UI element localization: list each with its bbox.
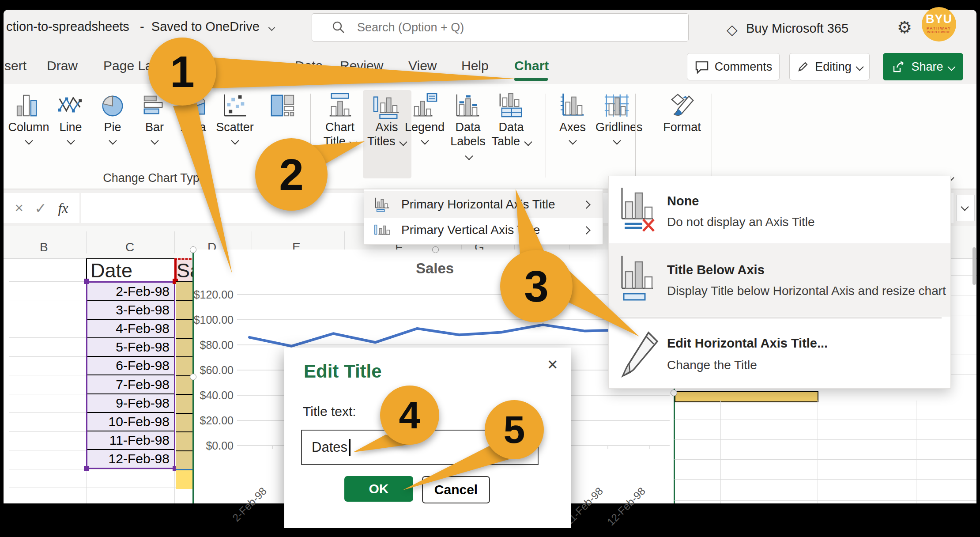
cancel-button[interactable]: Cancel (422, 476, 490, 503)
ribbon-line-button[interactable]: Line (49, 92, 92, 144)
date-cell[interactable]: 6-Feb-98 (87, 357, 174, 375)
selection-handle[interactable] (84, 466, 89, 471)
date-cell[interactable]: 2-Feb-98 (87, 283, 174, 301)
none-axis-title-icon (619, 187, 657, 233)
legend-label: Legend (405, 121, 445, 134)
comments-button[interactable]: Comments (687, 53, 780, 80)
date-cell[interactable]: 4-Feb-98 (87, 320, 174, 338)
column-header-b[interactable]: B (40, 240, 48, 254)
date-cell[interactable]: 5-Feb-98 (87, 338, 174, 357)
chevron-down-icon (189, 136, 197, 144)
menu-item-primary-horizontal-axis-title[interactable]: Primary Horizontal Axis Title (364, 191, 603, 218)
ribbon-chart-title-button[interactable]: Chart Title (319, 92, 361, 148)
column-chart-icon (15, 92, 42, 119)
editing-dropdown-button[interactable]: Editing (789, 53, 870, 80)
submenu-item-title-below-axis[interactable]: Title Below Axis Display Title below Hor… (609, 243, 950, 317)
ribbon-format-button[interactable]: Format (661, 92, 703, 134)
byu-pathway-avatar[interactable]: BYU PATHWAY WORLDWIDE (922, 7, 956, 42)
date-cell[interactable]: 9-Feb-98 (87, 394, 174, 413)
axes-icon (559, 92, 586, 119)
chart-resize-handle[interactable] (190, 246, 196, 253)
ribbon-other-charts-button[interactable] (261, 92, 304, 119)
cancel-entry-icon[interactable]: × (15, 200, 23, 216)
date-cell[interactable]: 3-Feb-98 (87, 301, 174, 320)
data-labels-label-2: Labels (450, 135, 486, 148)
ribbon-legend-button[interactable]: Legend (403, 92, 446, 144)
dialog-title: Edit Title (304, 361, 382, 382)
data-table-label-1: Data (498, 121, 524, 134)
chart-selection-border-right (674, 386, 675, 503)
ribbon-scatter-button[interactable]: Scatter (214, 92, 256, 144)
settings-gear-icon[interactable]: ⚙ (897, 18, 912, 37)
document-title[interactable]: ction-to-spreadsheets - Saved to OneDriv… (6, 19, 274, 34)
title-separator: - (140, 19, 144, 34)
step-1-callout: 1 (148, 38, 216, 106)
diamond-icon: ◇ (727, 21, 738, 38)
tab-review[interactable]: Review (340, 58, 383, 73)
editing-label: Editing (815, 60, 852, 74)
confirm-entry-icon[interactable]: ✓ (34, 200, 47, 217)
yellow-header-cell[interactable] (721, 391, 818, 402)
step-3-callout: 3 (500, 250, 573, 322)
close-icon[interactable]: × (547, 355, 558, 374)
tab-insert[interactable]: sert (4, 58, 26, 73)
ribbon-divider (546, 94, 546, 178)
tab-help[interactable]: Help (461, 58, 489, 73)
chart-title-label-2: Title (324, 135, 346, 148)
byu-logo-sub1: PATHWAY (922, 26, 956, 30)
axis-titles-label-1: Axis (375, 121, 398, 134)
sales-line-series[interactable] (249, 325, 627, 346)
date-cell[interactable]: 12-Feb-98 (87, 450, 174, 468)
step-4-callout: 4 (380, 386, 439, 445)
ribbon-column-button[interactable]: Column (8, 92, 50, 144)
data-labels-icon (454, 92, 482, 119)
date-cell[interactable]: 7-Feb-98 (87, 375, 174, 394)
submenu-item-none[interactable]: None Do not display an Axis Title (609, 176, 950, 243)
bar-label: Bar (145, 121, 164, 134)
search-input[interactable] (356, 20, 623, 35)
chart-resize-handle[interactable] (432, 246, 439, 253)
share-button[interactable]: Share (883, 53, 963, 80)
search-icon (332, 20, 346, 34)
tab-view[interactable]: View (408, 58, 437, 73)
date-cell[interactable]: 10-Feb-98 (87, 413, 174, 431)
tab-data[interactable]: Data (295, 58, 323, 73)
tab-draw[interactable]: Draw (47, 58, 78, 73)
buy-microsoft-365-link[interactable]: Buy Microsoft 365 (746, 21, 848, 36)
ribbon-axis-titles-button[interactable]: Axis Titles (366, 92, 408, 148)
selection-handle[interactable] (84, 279, 89, 284)
submenu-divider (618, 318, 942, 318)
date-cell[interactable]: 11-Feb-98 (87, 431, 174, 450)
formula-controls: × ✓ fx (4, 193, 79, 223)
data-table-icon (498, 92, 525, 119)
fx-icon[interactable]: fx (58, 200, 68, 216)
ribbon-axes-button[interactable]: Axes (551, 92, 594, 144)
ribbon-pie-button[interactable]: Pie (91, 92, 134, 144)
selected-date-range[interactable]: 2-Feb-98 3-Feb-98 4-Feb-98 5-Feb-98 6-Fe… (86, 281, 175, 469)
menu-item-label: Primary Vertical Axis Title (401, 223, 540, 237)
ribbon-gridlines-button[interactable]: Gridlines (596, 92, 638, 144)
chart-resize-handle[interactable] (190, 374, 196, 380)
axis-titles-label-2: Titles (367, 135, 396, 148)
ok-button[interactable]: OK (344, 476, 413, 502)
formula-bar-expand[interactable] (956, 195, 975, 221)
chevron-down-icon (151, 136, 158, 144)
vertical-scrollbar[interactable] (972, 247, 976, 285)
tab-chart[interactable]: Chart (514, 58, 549, 73)
chart-title-icon (326, 92, 354, 119)
byu-logo-sub2: WORLDWIDE (922, 30, 956, 34)
ribbon-data-table-button[interactable]: Data Table (490, 92, 532, 148)
chart-resize-handle[interactable] (671, 390, 677, 396)
highlighted-cell[interactable] (176, 469, 193, 489)
menu-item-primary-vertical-axis-title[interactable]: Primary Vertical Axis Title (364, 218, 603, 242)
search-box[interactable] (312, 13, 689, 42)
date-header-text: Date (90, 259, 132, 282)
comment-icon (694, 59, 709, 74)
yellow-header-cell[interactable] (675, 391, 722, 402)
ribbon-data-labels-button[interactable]: Data Labels (447, 92, 489, 163)
submenu-item-edit-horizontal-axis-title[interactable]: Edit Horizontal Axis Title... Change the… (609, 319, 950, 386)
column-header-c[interactable]: C (125, 240, 134, 254)
step-5-callout: 5 (485, 400, 544, 459)
line-label: Line (59, 121, 82, 134)
submenu-edit-desc: Change the Title (667, 358, 757, 372)
